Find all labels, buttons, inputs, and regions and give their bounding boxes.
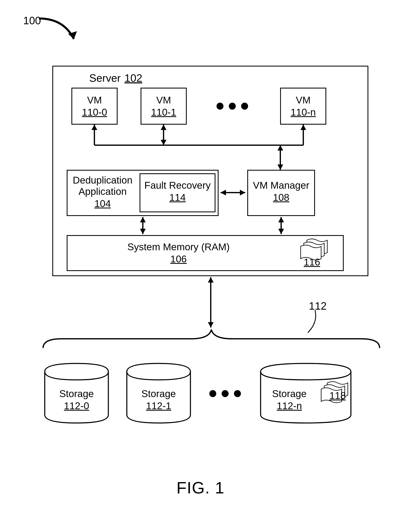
svg-marker-23 xyxy=(208,322,214,327)
server-label: Server 102 xyxy=(89,72,142,84)
vm0-text: VM xyxy=(71,95,118,106)
ram-label: System Memory (RAM) 106 xyxy=(115,241,242,265)
vmmgr-label: VM Manager 108 xyxy=(247,180,315,203)
vm1-ref: 110-1 xyxy=(140,106,187,118)
vm1-text: VM xyxy=(140,95,187,106)
svg-marker-19 xyxy=(278,217,284,222)
storagen-docs-ref: 118 xyxy=(329,389,346,401)
vm1-label: VM 110-1 xyxy=(140,95,187,118)
dedup-label: Deduplication Application 104 xyxy=(70,174,135,209)
storagen-docs-ref-text: 118 xyxy=(329,390,346,401)
server-label-ref: 102 xyxy=(125,72,142,84)
vmmgr-ref: 108 xyxy=(247,192,315,203)
svg-marker-17 xyxy=(140,229,146,234)
figure-caption: FIG. 1 xyxy=(177,478,224,497)
svg-marker-14 xyxy=(240,190,245,195)
dedup-ref: 104 xyxy=(70,198,135,209)
svg-marker-16 xyxy=(140,217,146,222)
vmn-label: VM 110-n xyxy=(280,95,326,118)
dedup-vmmgr-arrow-icon xyxy=(219,189,247,197)
svg-marker-3 xyxy=(92,125,97,130)
fault-ref: 114 xyxy=(140,192,215,203)
dedup-ram-arrow-icon xyxy=(139,216,147,235)
dedup-text1: Deduplication xyxy=(70,174,135,186)
vmn-ref: 110-n xyxy=(280,106,326,118)
server-storage-arrow-icon xyxy=(207,276,215,329)
vmmgr-text: VM Manager xyxy=(247,180,315,191)
ram-docs-ref: 116 xyxy=(304,256,320,268)
server-label-text: Server xyxy=(89,72,121,84)
vmn-text: VM xyxy=(280,95,326,106)
storage0-ref: 112-0 xyxy=(43,400,110,411)
svg-marker-13 xyxy=(221,190,226,195)
storage-brace-icon xyxy=(41,327,382,350)
dedup-text2: Application xyxy=(70,186,135,197)
storagen-text: Storage xyxy=(259,388,320,399)
curved-arrow-icon xyxy=(35,14,82,47)
svg-marker-11 xyxy=(278,164,283,170)
ram-text: System Memory (RAM) xyxy=(115,241,242,253)
vm0-ref: 110-0 xyxy=(71,106,118,118)
svg-marker-5 xyxy=(161,125,167,130)
fault-label: Fault Recovery 114 xyxy=(140,180,215,203)
svg-marker-8 xyxy=(300,125,306,130)
ram-ref: 106 xyxy=(115,253,242,265)
figure-caption-text: FIG. 1 xyxy=(177,479,224,497)
vm0-label: VM 110-0 xyxy=(71,95,118,118)
storagen-ref: 112-n xyxy=(259,400,320,411)
vm-ellipsis-icon xyxy=(216,103,248,110)
storage0-label: Storage 112-0 xyxy=(43,388,110,411)
storage1-label: Storage 112-1 xyxy=(125,388,193,411)
fault-text: Fault Recovery xyxy=(140,180,215,191)
svg-marker-6 xyxy=(161,140,167,145)
storage1-text: Storage xyxy=(125,388,193,399)
svg-marker-10 xyxy=(278,145,283,151)
storage1-ref: 112-1 xyxy=(125,400,193,411)
svg-marker-20 xyxy=(278,229,284,234)
ram-docs-ref-text: 116 xyxy=(304,256,320,268)
vmmgr-ram-arrow-icon xyxy=(277,216,285,235)
storage0-text: Storage xyxy=(43,388,110,399)
storagen-label: Storage 112-n xyxy=(259,388,320,411)
storage-ellipsis-icon xyxy=(209,390,241,397)
svg-marker-22 xyxy=(208,277,214,283)
vm-bus-icon xyxy=(71,125,338,172)
